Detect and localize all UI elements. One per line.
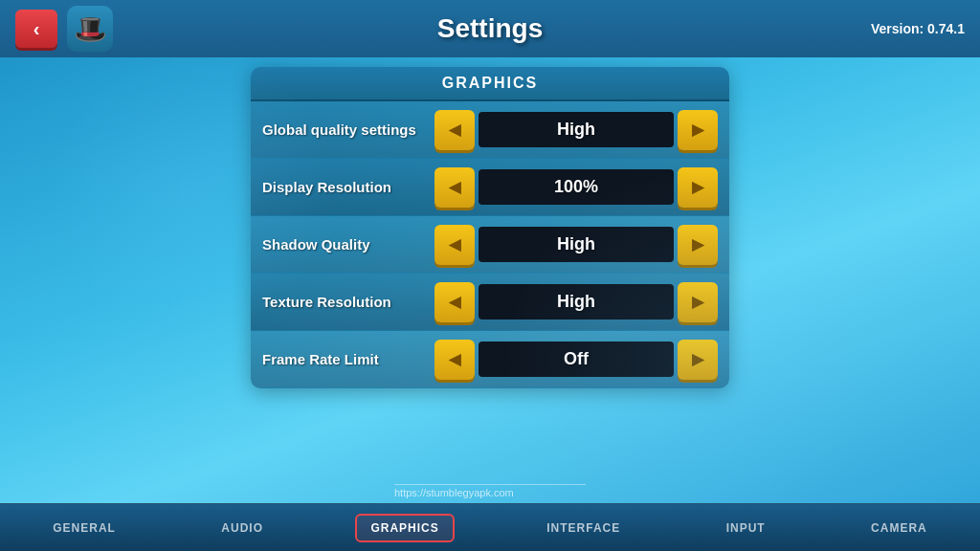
nav-item-camera[interactable]: CAMERA bbox=[858, 516, 941, 540]
watermark: https://stumblegyapk.com bbox=[394, 484, 586, 498]
increase-btn-texture-resolution[interactable]: ▶ bbox=[678, 282, 718, 322]
setting-control-texture-resolution: ◀ High ▶ bbox=[434, 282, 718, 322]
page-title: Settings bbox=[437, 13, 543, 44]
right-arrow-icon-shadow-quality: ▶ bbox=[692, 235, 703, 253]
decrease-btn-texture-resolution[interactable]: ◀ bbox=[434, 282, 475, 322]
setting-control-display-resolution: ◀ 100% ▶ bbox=[434, 167, 718, 208]
setting-label-texture-resolution: Texture Resolution bbox=[262, 294, 434, 310]
nav-items-container: GENERALAUDIOGRAPHICSINTERFACEINPUTCAMERA bbox=[0, 514, 980, 542]
top-bar-left: ‹ 🎩 bbox=[15, 6, 113, 52]
back-icon: ‹ bbox=[33, 18, 40, 40]
value-display-texture-resolution: High bbox=[479, 284, 674, 320]
settings-rows: Global quality settings ◀ High ▶ Display… bbox=[251, 101, 729, 388]
increase-btn-global-quality[interactable]: ▶ bbox=[678, 110, 718, 150]
left-arrow-icon-global-quality: ◀ bbox=[449, 121, 460, 139]
bottom-nav: GENERALAUDIOGRAPHICSINTERFACEINPUTCAMERA bbox=[0, 503, 980, 551]
settings-panel: GRAPHICS Global quality settings ◀ High … bbox=[251, 67, 729, 388]
setting-control-shadow-quality: ◀ High ▶ bbox=[434, 225, 718, 265]
setting-row-shadow-quality: Shadow Quality ◀ High ▶ bbox=[251, 216, 729, 274]
nav-item-graphics[interactable]: GRAPHICS bbox=[355, 514, 454, 542]
value-display-display-resolution: 100% bbox=[479, 169, 674, 205]
right-arrow-icon-global-quality: ▶ bbox=[692, 121, 703, 139]
value-display-shadow-quality: High bbox=[479, 227, 674, 262]
increase-btn-shadow-quality[interactable]: ▶ bbox=[678, 225, 718, 265]
setting-label-shadow-quality: Shadow Quality bbox=[262, 236, 434, 253]
main-content: GRAPHICS Global quality settings ◀ High … bbox=[0, 57, 980, 503]
setting-label-frame-rate-limit: Frame Rate Limit bbox=[262, 351, 434, 367]
watermark-line bbox=[394, 484, 586, 485]
graphics-section-header: GRAPHICS bbox=[251, 67, 729, 101]
setting-row-texture-resolution: Texture Resolution ◀ High ▶ bbox=[251, 274, 729, 331]
top-bar: ‹ 🎩 Settings Version: 0.74.1 bbox=[0, 0, 980, 57]
decrease-btn-frame-rate-limit[interactable]: ◀ bbox=[434, 340, 475, 380]
setting-row-display-resolution: Display Resolution ◀ 100% ▶ bbox=[251, 159, 729, 216]
right-arrow-icon-texture-resolution: ▶ bbox=[692, 293, 703, 311]
decrease-btn-display-resolution[interactable]: ◀ bbox=[434, 167, 475, 208]
watermark-url: https://stumblegyapk.com bbox=[394, 487, 514, 498]
setting-control-global-quality: ◀ High ▶ bbox=[434, 110, 718, 150]
setting-label-global-quality: Global quality settings bbox=[262, 121, 434, 138]
setting-row-frame-rate-limit: Frame Rate Limit ◀ Off ▶ bbox=[251, 331, 729, 388]
nav-item-audio[interactable]: AUDIO bbox=[208, 516, 277, 540]
back-button[interactable]: ‹ bbox=[15, 10, 57, 48]
value-display-frame-rate-limit: Off bbox=[479, 342, 674, 377]
increase-btn-frame-rate-limit[interactable]: ▶ bbox=[678, 340, 718, 380]
value-display-global-quality: High bbox=[479, 112, 674, 147]
decrease-btn-global-quality[interactable]: ◀ bbox=[434, 110, 475, 150]
left-arrow-icon-shadow-quality: ◀ bbox=[449, 235, 460, 253]
setting-label-display-resolution: Display Resolution bbox=[262, 179, 434, 195]
setting-control-frame-rate-limit: ◀ Off ▶ bbox=[434, 340, 718, 380]
nav-item-input[interactable]: INPUT bbox=[713, 516, 779, 540]
logo-container: 🎩 bbox=[67, 6, 113, 52]
increase-btn-display-resolution[interactable]: ▶ bbox=[678, 167, 718, 208]
logo-icon: 🎩 bbox=[74, 13, 107, 45]
left-arrow-icon-texture-resolution: ◀ bbox=[449, 293, 460, 311]
version-label: Version: 0.74.1 bbox=[871, 21, 965, 36]
setting-row-global-quality: Global quality settings ◀ High ▶ bbox=[251, 101, 729, 159]
left-arrow-icon-display-resolution: ◀ bbox=[449, 178, 460, 196]
graphics-section-title: GRAPHICS bbox=[442, 75, 538, 91]
nav-item-general[interactable]: GENERAL bbox=[39, 516, 129, 540]
right-arrow-icon-display-resolution: ▶ bbox=[692, 178, 703, 196]
nav-item-interface[interactable]: INTERFACE bbox=[533, 516, 634, 540]
left-arrow-icon-frame-rate-limit: ◀ bbox=[449, 350, 460, 368]
right-arrow-icon-frame-rate-limit: ▶ bbox=[692, 350, 703, 368]
decrease-btn-shadow-quality[interactable]: ◀ bbox=[434, 225, 475, 265]
